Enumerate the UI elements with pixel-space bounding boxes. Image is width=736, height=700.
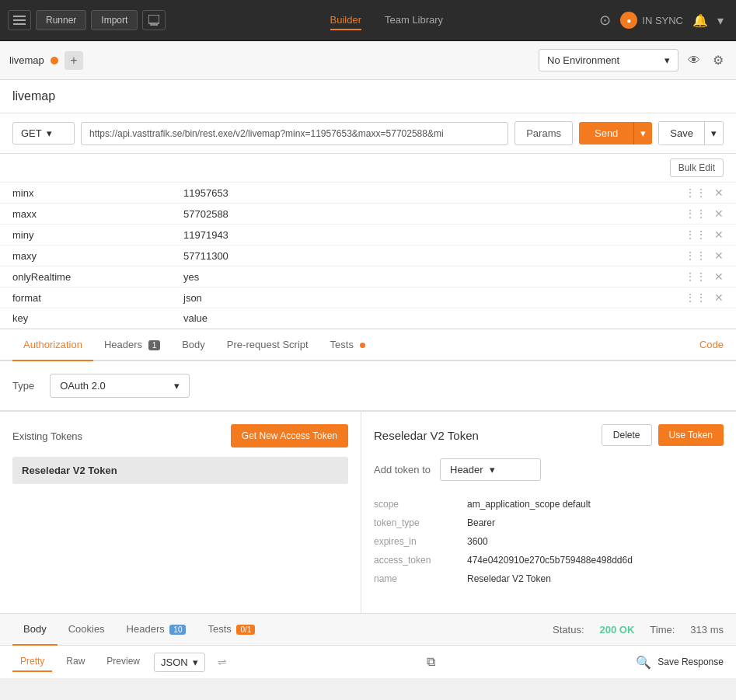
- remove-icon[interactable]: ✕: [714, 270, 724, 283]
- preview-tab[interactable]: Preview: [99, 652, 148, 672]
- param-key[interactable]: minx: [12, 187, 168, 199]
- save-response-button[interactable]: Save Response: [658, 656, 724, 667]
- params-button[interactable]: Params: [515, 121, 573, 145]
- param-value[interactable]: 57702588: [168, 208, 685, 220]
- status-value: 200 OK: [600, 624, 635, 636]
- param-key-placeholder[interactable]: key: [12, 312, 168, 324]
- collection-bar: livemap + No Environment ▾ 👁 ⚙: [0, 41, 736, 80]
- add-token-to-value: Header: [450, 464, 483, 475]
- new-tab-icon[interactable]: [142, 10, 166, 30]
- bottom-tab-body[interactable]: Body: [12, 614, 58, 646]
- remove-icon[interactable]: ✕: [714, 249, 724, 262]
- time-value: 313 ms: [690, 624, 724, 636]
- save-button-group: Save ▾: [658, 121, 724, 145]
- field-value-scope: am_application_scope default: [467, 495, 724, 514]
- get-new-access-token-button[interactable]: Get New Access Token: [231, 424, 348, 448]
- use-token-button[interactable]: Use Token: [658, 424, 724, 446]
- token-field-access-token: access_token 474e0420910e270c5b759488e49…: [374, 551, 724, 569]
- unsaved-dot: [51, 57, 58, 64]
- tokens-sidebar: Existing Tokens Get New Access Token Res…: [0, 412, 361, 613]
- param-key[interactable]: onlyRealtime: [12, 271, 168, 283]
- param-key[interactable]: format: [12, 292, 168, 304]
- word-wrap-icon[interactable]: ⇌: [218, 656, 227, 668]
- method-select[interactable]: GET ▾: [12, 122, 75, 145]
- search-response-button[interactable]: 🔍: [636, 655, 651, 670]
- raw-tab[interactable]: Raw: [58, 652, 92, 672]
- field-value-token-type: Bearer: [467, 514, 724, 532]
- token-field-name: name Reseledar V2 Token: [374, 569, 724, 588]
- env-chevron-icon: ▾: [664, 54, 670, 66]
- tab-authorization[interactable]: Authorization: [12, 329, 93, 361]
- drag-icon[interactable]: ⋮⋮: [685, 249, 706, 262]
- field-key-name: name: [374, 569, 467, 588]
- remove-icon[interactable]: ✕: [714, 186, 724, 199]
- type-value: OAuth 2.0: [60, 380, 106, 392]
- status-area: Status: 200 OK Time: 313 ms: [553, 624, 724, 636]
- param-key[interactable]: maxx: [12, 208, 168, 220]
- save-dropdown[interactable]: ▾: [705, 121, 724, 145]
- bottom-tab-tests[interactable]: Tests 0/1: [197, 614, 266, 646]
- gear-icon[interactable]: ⚙: [710, 50, 727, 71]
- send-button[interactable]: Send: [579, 122, 633, 145]
- tab-headers[interactable]: Headers 1: [93, 329, 171, 361]
- tab-body[interactable]: Body: [171, 329, 216, 361]
- sidebar-toggle[interactable]: [8, 10, 31, 30]
- param-value[interactable]: 57711300: [168, 250, 685, 262]
- collection-name[interactable]: livemap: [9, 54, 44, 66]
- tab-tests[interactable]: Tests: [319, 329, 376, 361]
- format-select[interactable]: JSON ▾: [154, 653, 205, 672]
- tab-builder[interactable]: Builder: [330, 11, 361, 30]
- param-value-placeholder[interactable]: value: [168, 312, 724, 324]
- field-value-access-token[interactable]: 474e0420910e270c5b759488e498dd6d: [467, 551, 724, 569]
- url-bar: GET ▾ Params Send ▾ Save ▾: [0, 113, 736, 154]
- eye-icon[interactable]: 👁: [685, 50, 703, 71]
- environment-select[interactable]: No Environment ▾: [539, 49, 678, 71]
- remove-icon[interactable]: ✕: [714, 228, 724, 241]
- sync-circle: ●: [620, 12, 637, 29]
- add-token-chevron-icon: ▾: [490, 464, 495, 475]
- token-field-scope: scope am_application_scope default: [374, 495, 724, 514]
- status-label: Status:: [553, 624, 584, 636]
- token-item[interactable]: Reseledar V2 Token: [12, 457, 348, 484]
- param-value[interactable]: 11957653: [168, 187, 685, 199]
- method-chevron-icon: ▾: [47, 127, 52, 139]
- pretty-tab[interactable]: Pretty: [12, 652, 52, 672]
- code-link[interactable]: Code: [699, 339, 724, 350]
- url-input[interactable]: [81, 122, 508, 145]
- param-key[interactable]: miny: [12, 229, 168, 241]
- add-token-to-label: Add token to: [374, 464, 431, 475]
- tab-prerequest[interactable]: Pre-request Script: [216, 329, 319, 361]
- tab-team-library[interactable]: Team Library: [385, 11, 443, 30]
- import-button[interactable]: Import: [91, 10, 138, 30]
- param-value[interactable]: 11971943: [168, 229, 685, 241]
- svg-rect-1: [13, 19, 26, 21]
- delete-token-button[interactable]: Delete: [602, 424, 652, 446]
- param-value[interactable]: yes: [168, 271, 685, 283]
- param-value[interactable]: json: [168, 292, 685, 304]
- drag-icon[interactable]: ⋮⋮: [685, 186, 706, 199]
- drag-icon[interactable]: ⋮⋮: [685, 228, 706, 241]
- request-tabs: Authorization Headers 1 Body Pre-request…: [0, 329, 736, 361]
- bottom-tab-headers[interactable]: Headers 10: [116, 614, 197, 646]
- remove-icon[interactable]: ✕: [714, 291, 724, 304]
- add-tab-button[interactable]: +: [65, 51, 83, 70]
- copy-response-button[interactable]: ⧉: [427, 655, 435, 669]
- bottom-tab-cookies[interactable]: Cookies: [58, 614, 116, 646]
- runner-button[interactable]: Runner: [36, 10, 86, 30]
- sync-label: IN SYNC: [642, 15, 683, 26]
- drag-icon[interactable]: ⋮⋮: [685, 291, 706, 304]
- field-key-scope: scope: [374, 495, 467, 514]
- time-label: Time:: [650, 624, 675, 636]
- type-select[interactable]: OAuth 2.0 ▾: [50, 374, 190, 398]
- bulk-edit-button[interactable]: Bulk Edit: [670, 158, 724, 177]
- drag-icon[interactable]: ⋮⋮: [685, 207, 706, 220]
- add-token-to-select[interactable]: Header ▾: [440, 458, 541, 481]
- chevron-down-icon[interactable]: ▾: [717, 13, 724, 28]
- method-label: GET: [21, 127, 42, 139]
- save-button[interactable]: Save: [658, 121, 705, 145]
- bell-icon[interactable]: 🔔: [692, 13, 708, 28]
- drag-icon[interactable]: ⋮⋮: [685, 270, 706, 283]
- send-dropdown[interactable]: ▾: [633, 122, 652, 145]
- remove-icon[interactable]: ✕: [714, 207, 724, 220]
- param-key[interactable]: maxy: [12, 250, 168, 262]
